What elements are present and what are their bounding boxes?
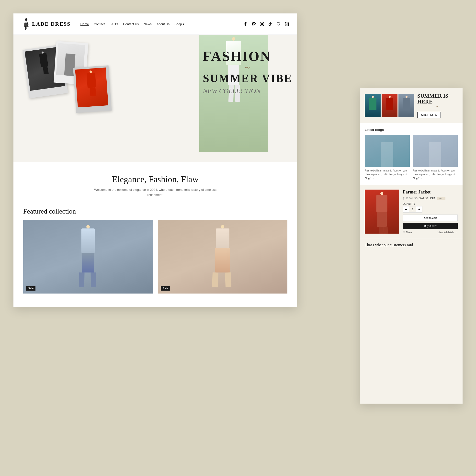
buy-now-button[interactable]: Buy it now (403, 223, 458, 229)
logo-area[interactable]: LADE DRESS (21, 18, 71, 30)
blog-desc-1: Pair text with an image to focus on your… (365, 169, 410, 176)
summer-text-area: SUMMER IS HERE 〜 SHOP NOW (417, 93, 458, 118)
shop-now-button[interactable]: SHOP NOW (417, 112, 441, 118)
pinterest-icon[interactable] (251, 21, 256, 26)
sale-badge-1: Sale (26, 286, 35, 290)
search-icon[interactable] (276, 21, 281, 26)
svg-rect-4 (260, 22, 264, 26)
qty-value: 1 (409, 206, 416, 212)
right-card: SUMMER IS HERE 〜 SHOP NOW Latest Blogs P… (360, 88, 462, 404)
hero-divider: 〜 (203, 64, 292, 72)
featured-section: Featured collection Sale (14, 203, 297, 298)
instagram-icon[interactable] (259, 21, 264, 26)
featured-title: Featured collection (23, 207, 288, 215)
blogs-section: Latest Blogs Pair text with an image to … (360, 123, 462, 185)
nav-link-contact[interactable]: Contact (94, 22, 105, 26)
elegance-section: Elegance, Fashion, Flaw Welcome to the e… (14, 162, 297, 203)
featured-grid: Sale Sale (23, 220, 288, 293)
blog-desc-2: Pair text with an image to focus on your… (413, 169, 458, 176)
jacket-info: Farmer Jacket $128.00 USD $74.00 USD SAL… (403, 189, 458, 234)
hero-title-summer: SUMMER VIBE (203, 73, 292, 84)
hero-title-fashion: FASHION (203, 50, 292, 63)
nav-link-contact-us[interactable]: Contact Us (123, 22, 139, 26)
jacket-price-old: $128.00 USD (403, 197, 418, 200)
blog-link-1[interactable]: Blog 1 → (365, 177, 410, 180)
customers-section: That's what our customers said (360, 239, 462, 251)
featured-item-2[interactable]: Sale (158, 220, 288, 293)
logo-icon (21, 18, 31, 30)
nav-item-home[interactable]: Home (81, 22, 89, 26)
main-card: LADE DRESS Home Contact FAQ's Contact Us… (14, 14, 297, 307)
summer-title: SUMMER IS HERE (417, 93, 458, 105)
tiktok-icon[interactable] (268, 21, 273, 26)
jacket-title: Farmer Jacket (403, 189, 458, 195)
summer-thumb-1 (365, 94, 381, 117)
blog-thumb-2 (413, 135, 458, 167)
nav-icons (243, 21, 289, 26)
jacket-price-new: $74.00 USD (419, 197, 435, 200)
shop-dropdown-icon: ▾ (183, 22, 185, 26)
svg-point-6 (263, 23, 263, 23)
logo-text: LADE DRESS (32, 21, 71, 27)
cart-icon[interactable] (285, 21, 289, 26)
summer-wave-divider: 〜 (417, 105, 458, 110)
hero-text: FASHION 〜 SUMMER VIBE NEW COLLECTION (203, 50, 292, 95)
nav-item-shop[interactable]: Shop ▾ (174, 22, 185, 26)
jacket-quantity-label: QUANTITY (403, 203, 458, 205)
summer-thumb-2 (382, 94, 397, 117)
qty-increase-button[interactable]: + (416, 206, 422, 212)
featured-photo-2 (158, 220, 288, 293)
jacket-footer: ♡ Share View full details → (403, 231, 458, 234)
nav-links: Home Contact FAQ's Contact Us News About… (81, 22, 243, 26)
blogs-grid: Pair text with an image to focus on your… (365, 135, 458, 180)
blog-link-2[interactable]: Blog 2 → (413, 177, 458, 180)
nav-item-faqs[interactable]: FAQ's (110, 22, 118, 26)
nav-item-about[interactable]: About Us (156, 22, 170, 26)
elegance-text: Welcome to the epitome of elegance in 20… (94, 187, 217, 198)
add-to-cart-button[interactable]: Add to cart (403, 215, 458, 221)
hero-section: FASHION 〜 SUMMER VIBE NEW COLLECTION (14, 35, 297, 162)
jacket-section: Farmer Jacket $128.00 USD $74.00 USD SAL… (360, 185, 462, 239)
blogs-title: Latest Blogs (365, 128, 458, 132)
summer-section: SUMMER IS HERE 〜 SHOP NOW (360, 88, 462, 123)
elegance-title: Elegance, Fashion, Flaw (23, 174, 288, 185)
summer-thumbs (365, 94, 414, 117)
facebook-icon[interactable] (243, 21, 248, 26)
svg-point-0 (25, 18, 27, 21)
nav-link-shop[interactable]: Shop ▾ (174, 22, 185, 26)
featured-photo-1 (23, 220, 153, 293)
nav-link-home[interactable]: Home (81, 22, 89, 26)
svg-point-7 (277, 22, 280, 25)
view-details-link[interactable]: View full details → (438, 231, 458, 234)
nav-item-contact-us[interactable]: Contact Us (123, 22, 139, 26)
polaroid-3 (73, 65, 112, 113)
quantity-control: − 1 + (403, 206, 423, 213)
qty-decrease-button[interactable]: − (403, 206, 409, 212)
nav-item-news[interactable]: News (144, 22, 152, 26)
navbar: LADE DRESS Home Contact FAQ's Contact Us… (14, 14, 297, 35)
blog-item-1[interactable]: Pair text with an image to focus on your… (365, 135, 410, 180)
blog-thumb-1 (365, 135, 410, 167)
blog-item-2[interactable]: Pair text with an image to focus on your… (413, 135, 458, 180)
hero-subtitle: NEW COLLECTION (203, 87, 292, 95)
customers-title: That's what our customers said (365, 243, 458, 247)
nav-link-news[interactable]: News (144, 22, 152, 26)
featured-item-1[interactable]: Sale (23, 220, 153, 293)
jacket-image (365, 189, 399, 234)
share-link[interactable]: ♡ Share (403, 231, 412, 234)
summer-thumb-3 (398, 94, 414, 117)
nav-link-faqs[interactable]: FAQ's (110, 22, 118, 26)
photo-red-suit (75, 68, 108, 107)
nav-link-about[interactable]: About Us (156, 22, 170, 26)
svg-line-8 (279, 25, 280, 25)
nav-item-contact[interactable]: Contact (94, 22, 105, 26)
sale-badge-2: Sale (161, 286, 170, 290)
jacket-sale-badge: SALE (437, 197, 445, 200)
svg-point-5 (261, 23, 263, 25)
polaroid-container (23, 42, 146, 159)
